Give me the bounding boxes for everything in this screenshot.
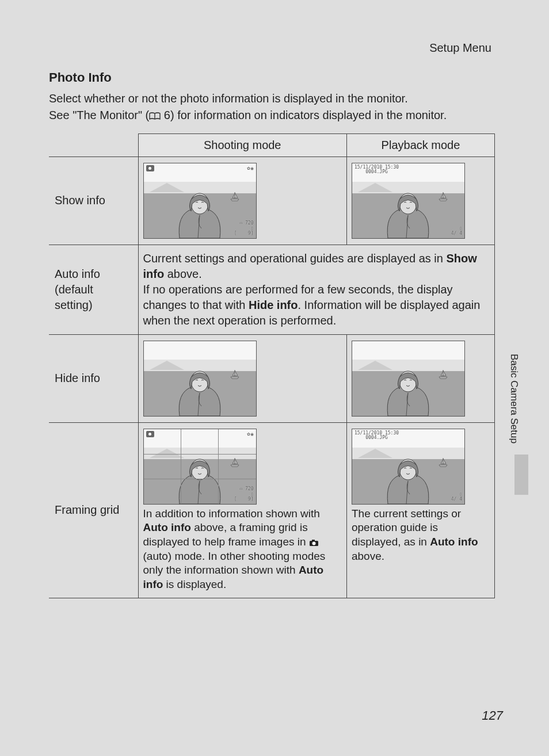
table-row: Hide info — [49, 334, 495, 422]
table-row: Auto info (default setting) Current sett… — [49, 245, 495, 334]
intro-line-1: Select whether or not the photo informat… — [49, 91, 495, 106]
hide-info-playback-cell — [346, 334, 494, 422]
shooting-overlay-text: ▭ 720▯[ 9] — [234, 221, 254, 236]
show-info-playback-cell: 15/11/2010 15:30 0004.JPG ▯4/ 4 — [346, 156, 494, 245]
header-breadcrumb: Setup Menu — [429, 40, 491, 56]
monitor-preview: 15/11/2010 15:30 0004.JPG ▯4/ 4 — [352, 429, 465, 505]
playback-overlay-datetime: 15/11/2010 15:30 0004.JPG — [354, 431, 399, 441]
photo-info-table: Shooting mode Playback mode Show info ✿◉… — [49, 133, 495, 598]
col-header-playback: Playback mode — [346, 133, 494, 156]
hide-info-shooting-cell — [138, 334, 346, 422]
monitor-preview: ✿◉ ▭ 720▯[ 9] — [143, 163, 257, 239]
playback-overlay-counter: ▯4/ 4 — [451, 226, 462, 236]
playback-overlay-counter: ▯4/ 4 — [451, 492, 462, 502]
side-tab-marker — [514, 455, 528, 495]
intro-line-2-ref: 6) for information on indicators display… — [161, 109, 447, 121]
framing-grid-shooting-caption: In addition to information shown with Au… — [143, 507, 342, 592]
overlay-icons: ✿◉ — [247, 432, 254, 437]
intro-line-2-pre: See "The Monitor" ( — [49, 109, 149, 121]
row-label-show-info: Show info — [49, 156, 138, 245]
col-header-shooting: Shooting mode — [138, 133, 346, 156]
camera-icon — [309, 539, 319, 547]
framing-grid-shooting-cell: ✿◉ ▭ 720▯[ 9] In addition to information… — [138, 422, 346, 598]
page-number: 127 — [482, 707, 503, 724]
row-label-hide-info: Hide info — [49, 334, 138, 422]
section-intro: Select whether or not the photo informat… — [49, 91, 495, 123]
show-info-shooting-cell: ✿◉ ▭ 720▯[ 9] — [138, 156, 346, 245]
auto-info-description: Current settings and operational guides … — [138, 245, 495, 334]
book-icon — [149, 112, 161, 120]
row-label-framing-grid: Framing grid — [49, 422, 138, 598]
portrait-icon — [376, 361, 440, 416]
side-section-label: Basic Camera Setup — [507, 354, 520, 444]
playback-overlay-datetime: 15/11/2010 15:30 0004.JPG — [354, 165, 399, 175]
table-row: Show info ✿◉ ▭ 720▯[ 9] 15/11 — [49, 156, 495, 245]
auto-info-label-1: Auto info — [55, 268, 100, 280]
monitor-preview — [352, 341, 465, 417]
portrait-icon — [168, 184, 231, 238]
table-row: Framing grid ✿◉ ▭ 720▯[ 9] In addition t… — [49, 422, 495, 598]
monitor-preview: ✿◉ ▭ 720▯[ 9] — [143, 429, 257, 505]
svg-rect-6 — [312, 540, 315, 541]
shooting-overlay-text: ▭ 720▯[ 9] — [234, 487, 254, 502]
camera-mode-icon — [146, 431, 154, 437]
portrait-icon — [168, 449, 231, 504]
portrait-icon — [376, 184, 440, 238]
intro-line-2: See "The Monitor" ( 6) for information o… — [49, 108, 495, 123]
portrait-icon — [376, 449, 440, 504]
section-title: Photo Info — [49, 69, 495, 86]
auto-info-label-2: (default setting) — [55, 283, 93, 311]
table-corner — [49, 133, 138, 156]
framing-grid-playback-caption: The current settings or operation guide … — [352, 507, 490, 564]
framing-grid-playback-cell: 15/11/2010 15:30 0004.JPG ▯4/ 4 The curr… — [346, 422, 494, 598]
svg-point-7 — [312, 542, 315, 545]
portrait-icon — [168, 361, 231, 416]
overlay-icons: ✿◉ — [247, 166, 254, 171]
monitor-preview — [143, 341, 257, 417]
page-content: Photo Info Select whether or not the pho… — [49, 69, 495, 598]
monitor-preview: 15/11/2010 15:30 0004.JPG ▯4/ 4 — [352, 163, 465, 239]
row-label-auto-info: Auto info (default setting) — [49, 245, 138, 334]
camera-mode-icon — [146, 165, 154, 171]
